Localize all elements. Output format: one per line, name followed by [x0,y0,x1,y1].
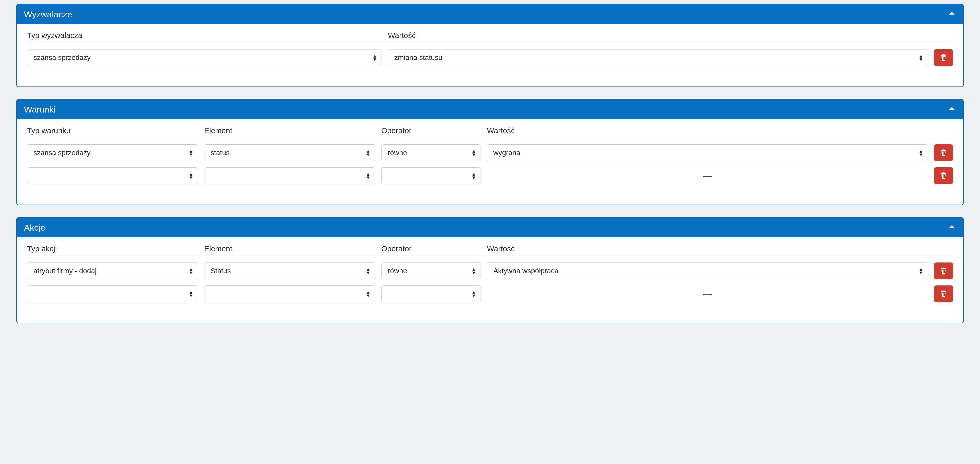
chevron-up-icon[interactable] [948,222,956,233]
condition-row: ▴▾ ▴▾ ▴▾ — [27,167,953,184]
condition-operator-select[interactable]: równe [381,145,481,161]
header-trigger-type: Typ wyzwalacza [27,31,382,40]
condition-type-select[interactable] [27,167,198,184]
header-action-type: Typ akcji [27,245,198,253]
trigger-type-select[interactable]: szansa sprzedaży [27,49,382,66]
action-operator-select[interactable] [381,286,481,302]
condition-operator-value: równe [388,149,407,157]
action-value-value: Aktywna współpraca [493,267,558,275]
condition-element-select[interactable] [204,167,375,184]
header-row-conditions: Typ warunku Element Operator Wartość [27,126,953,137]
action-type-select[interactable]: atrybut firmy - dodaj [27,262,198,279]
panel-title-conditions: Warunki [24,105,56,114]
header-condition-operator: Operator [381,126,481,135]
action-element-select[interactable]: Status [204,262,375,279]
header-row-actions: Typ akcji Element Operator Wartość [27,245,953,255]
condition-type-select[interactable]: szansa sprzedaży [27,145,198,161]
panel-body-actions: Typ akcji Element Operator Wartość atryb… [17,237,963,323]
trash-icon [939,53,948,62]
action-value-placeholder: — [487,286,928,302]
panel-title-actions: Akcje [24,223,45,233]
condition-row: szansa sprzedaży ▴▾ status ▴▾ równe [27,145,953,161]
condition-type-value: szansa sprzedaży [33,149,91,157]
trigger-row: szansa sprzedaży ▴▾ zmiana statusu ▴▾ [27,49,953,66]
action-value-select[interactable]: Aktywna współpraca [487,262,928,279]
header-condition-type: Typ warunku [27,126,198,135]
action-element-select[interactable] [204,286,375,302]
panel-triggers: Wyzwalacze Typ wyzwalacza Wartość szansa… [16,4,964,87]
panel-conditions: Warunki Typ warunku Element Operator War… [16,99,964,205]
trigger-value-value: zmiana statusu [394,54,442,62]
chevron-up-icon[interactable] [948,104,956,114]
header-condition-value: Wartość [487,126,928,135]
delete-button[interactable] [934,49,953,66]
delete-button[interactable] [934,145,953,161]
chevron-up-icon[interactable] [948,9,956,19]
condition-value-placeholder: — [487,167,928,184]
header-row-triggers: Typ wyzwalacza Wartość [27,31,953,42]
trigger-value-select[interactable]: zmiana statusu [388,49,928,66]
header-condition-element: Element [204,126,375,135]
header-action-value: Wartość [487,245,928,253]
action-row: ▴▾ ▴▾ ▴▾ — [27,286,953,302]
panel-body-conditions: Typ warunku Element Operator Wartość sza… [17,119,963,205]
action-element-value: Status [210,267,231,275]
header-action-operator: Operator [381,245,481,253]
header-action-element: Element [204,245,375,253]
panel-header-triggers[interactable]: Wyzwalacze [17,5,963,24]
condition-value-select[interactable]: wygrana [487,145,928,161]
trash-icon [939,172,948,180]
condition-value-value: wygrana [493,149,520,157]
condition-element-value: status [210,149,230,157]
action-type-value: atrybut firmy - dodaj [33,267,97,275]
panel-header-conditions[interactable]: Warunki [17,100,963,119]
delete-button[interactable] [934,167,953,184]
panel-body-triggers: Typ wyzwalacza Wartość szansa sprzedaży … [17,24,963,86]
action-type-select[interactable] [27,286,198,302]
panel-header-actions[interactable]: Akcje [17,218,963,237]
header-trigger-value: Wartość [388,31,928,40]
trash-icon [939,267,948,275]
action-operator-value: równe [388,267,407,275]
panel-title-triggers: Wyzwalacze [24,10,72,19]
action-operator-select[interactable]: równe [381,262,481,279]
trash-icon [939,289,948,299]
delete-button[interactable] [934,262,953,279]
trigger-type-value: szansa sprzedaży [33,54,91,62]
condition-operator-select[interactable] [381,167,481,184]
delete-button[interactable] [934,286,953,302]
trash-icon [939,148,948,157]
action-row: atrybut firmy - dodaj ▴▾ Status ▴▾ równe [27,262,953,279]
condition-element-select[interactable]: status [204,145,375,161]
panel-actions: Akcje Typ akcji Element Operator Wartość… [16,217,964,323]
